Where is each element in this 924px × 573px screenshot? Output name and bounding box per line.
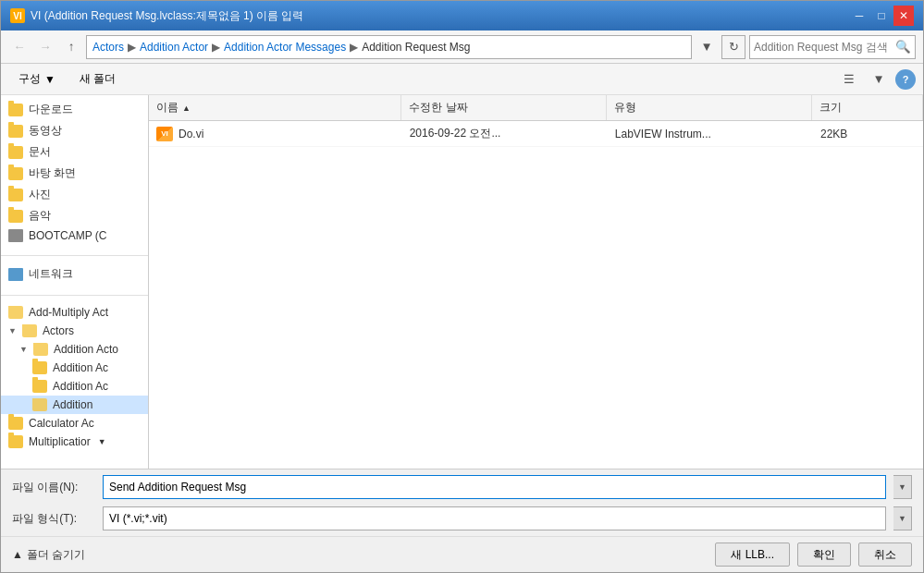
- sidebar-item-documents[interactable]: 문서: [1, 141, 148, 163]
- col-header-name[interactable]: 이름 ▲: [149, 95, 401, 120]
- file-date-cell: 2016-09-22 오전...: [402, 126, 608, 141]
- new-folder-button[interactable]: 새 폴더: [69, 67, 126, 91]
- sidebar-label: 다운로드: [29, 102, 73, 117]
- view-button[interactable]: ☰: [836, 67, 862, 91]
- col-type-label: 유형: [614, 100, 636, 116]
- filename-dropdown-button[interactable]: ▼: [893, 475, 912, 499]
- dialog-window: VI VI (Addition Request Msg.lvclass:제목없음…: [0, 0, 924, 573]
- folder-icon: [32, 361, 47, 374]
- sidebar-label: 문서: [29, 144, 51, 160]
- sidebar-label: 동영상: [29, 123, 62, 139]
- sidebar-item-addition-ac1[interactable]: Addition Ac: [1, 359, 148, 377]
- maximize-button[interactable]: □: [871, 6, 892, 26]
- cancel-button[interactable]: 취소: [858, 543, 912, 567]
- col-header-size[interactable]: 크기: [812, 95, 923, 120]
- sidebar-item-multiplication[interactable]: Multiplicatior ▼: [1, 433, 148, 451]
- new-folder-label: 새 폴더: [80, 71, 116, 87]
- filename-label: 파일 이름(N):: [12, 480, 95, 495]
- folder-open-icon: [33, 343, 48, 356]
- breadcrumb-item-addition-actor[interactable]: Addition Actor: [140, 41, 208, 54]
- network-icon: [8, 268, 23, 281]
- col-header-type[interactable]: 유형: [607, 95, 812, 120]
- sidebar-item-photos[interactable]: 사진: [1, 184, 148, 205]
- action-row: ▲ 폴더 숨기기 새 LLB... 확인 취소: [1, 536, 923, 572]
- minimize-button[interactable]: ─: [849, 6, 869, 26]
- sidebar-label: 음악: [29, 208, 51, 224]
- file-size-cell: 22KB: [813, 128, 923, 140]
- sidebar-folders: Add-Multiply Act ▼ Actors ▼ Addition Act…: [1, 299, 148, 455]
- up-button[interactable]: ↑: [60, 36, 82, 58]
- sidebar-label: Addition Ac: [53, 380, 108, 393]
- sidebar-item-downloads[interactable]: 다운로드: [1, 99, 148, 120]
- file-list: 이름 ▲ 수정한 날짜 유형 크기 VI Do.vi: [149, 95, 923, 469]
- forward-button[interactable]: →: [34, 36, 56, 58]
- file-name-label: Do.vi: [179, 128, 203, 140]
- sidebar-item-addition-selected[interactable]: Addition: [1, 396, 148, 414]
- folder-icon: [8, 189, 23, 201]
- folder-icon: [8, 417, 23, 430]
- sidebar-item-desktop[interactable]: 바탕 화면: [1, 163, 148, 184]
- sidebar-label: 사진: [29, 187, 51, 202]
- sidebar-item-add-multiply[interactable]: Add-Multiply Act: [1, 303, 148, 322]
- title-bar-buttons: ─ □ ✕: [849, 6, 914, 26]
- filetype-value: VI (*.vi;*.vit): [109, 512, 167, 525]
- main-content: 다운로드 동영상 문서 바탕 화면 사진: [1, 95, 923, 469]
- sidebar-item-actors[interactable]: ▼ Actors: [1, 322, 148, 340]
- sidebar-separator: [1, 249, 148, 256]
- folder-icon: [8, 435, 23, 448]
- sidebar-item-music[interactable]: 음악: [1, 205, 148, 226]
- filename-row: 파일 이름(N): ▼: [1, 469, 923, 505]
- title-bar: VI VI (Addition Request Msg.lvclass:제목없음…: [1, 1, 923, 30]
- sidebar-label: Actors: [43, 324, 74, 337]
- breadcrumb-dropdown-button[interactable]: ▼: [696, 36, 718, 58]
- address-bar: ← → ↑ Actors ▶ Addition Actor ▶ Addition…: [1, 30, 923, 64]
- sidebar-item-videos[interactable]: 동영상: [1, 120, 148, 141]
- breadcrumb-sep-2: ▶: [212, 41, 220, 54]
- filename-input[interactable]: [103, 475, 886, 499]
- back-button[interactable]: ←: [8, 36, 31, 58]
- sidebar-separator-2: [1, 288, 148, 296]
- file-list-body: VI Do.vi 2016-09-22 오전... LabVIEW Instru…: [149, 121, 923, 469]
- breadcrumb-item-messages[interactable]: Addition Actor Messages: [224, 41, 346, 54]
- sort-asc-icon: ▲: [182, 104, 191, 113]
- help-button[interactable]: ?: [895, 69, 916, 90]
- refresh-button[interactable]: ↻: [721, 35, 745, 59]
- search-input[interactable]: [754, 41, 895, 54]
- filetype-select[interactable]: VI (*.vi;*.vit): [103, 506, 886, 530]
- col-header-date[interactable]: 수정한 날짜: [401, 95, 607, 120]
- breadcrumb-bar: Actors ▶ Addition Actor ▶ Addition Actor…: [86, 35, 692, 59]
- bottom-panel: 파일 이름(N): ▼ 파일 형식(T): VI (*.vi;*.vit) ▼ …: [1, 469, 923, 572]
- filetype-dropdown-button[interactable]: ▼: [893, 506, 912, 530]
- folder-icon: [8, 104, 23, 116]
- search-button[interactable]: 🔍: [895, 40, 911, 54]
- sidebar-label: 네트워크: [29, 266, 73, 282]
- organize-button[interactable]: 구성 ▼: [8, 67, 66, 91]
- folder-toggle[interactable]: ▲ 폴더 숨기기: [12, 547, 85, 563]
- sidebar-item-addition-ac2[interactable]: Addition Ac: [1, 377, 148, 396]
- sidebar-item-addition-actor[interactable]: ▼ Addition Acto: [1, 340, 148, 359]
- file-row[interactable]: VI Do.vi 2016-09-22 오전... LabVIEW Instru…: [149, 121, 923, 147]
- folder-toggle-icon: ▲: [12, 548, 23, 561]
- toolbar: 구성 ▼ 새 폴더 ☰ ▼ ?: [1, 64, 923, 95]
- confirm-button[interactable]: 확인: [797, 543, 851, 567]
- sidebar: 다운로드 동영상 문서 바탕 화면 사진: [1, 95, 149, 469]
- view-dropdown-button[interactable]: ▼: [866, 67, 892, 91]
- sidebar-label: Addition Acto: [54, 343, 118, 356]
- folder-open-icon: [32, 398, 47, 411]
- title-bar-left: VI VI (Addition Request Msg.lvclass:제목없음…: [10, 8, 303, 24]
- filetype-label: 파일 형식(T):: [12, 511, 95, 527]
- sidebar-network: 네트워크: [1, 260, 148, 288]
- expand-indicator: ▼: [98, 437, 106, 446]
- sidebar-label: Add-Multiply Act: [29, 306, 108, 319]
- sidebar-item-network[interactable]: 네트워크: [1, 263, 148, 285]
- folder-icon: [8, 146, 23, 159]
- new-llb-button[interactable]: 새 LLB...: [715, 543, 790, 567]
- sidebar-item-bootcamp[interactable]: BOOTCAMP (C: [1, 226, 148, 245]
- close-button[interactable]: ✕: [893, 6, 914, 26]
- folder-open-icon: [22, 324, 37, 337]
- folder-icon: [32, 380, 47, 393]
- breadcrumb-item-actors[interactable]: Actors: [92, 41, 124, 54]
- tree-expand-icon: ▼: [19, 345, 28, 354]
- sidebar-quick-access: 다운로드 동영상 문서 바탕 화면 사진: [1, 95, 148, 249]
- sidebar-item-calculator[interactable]: Calculator Ac: [1, 414, 148, 433]
